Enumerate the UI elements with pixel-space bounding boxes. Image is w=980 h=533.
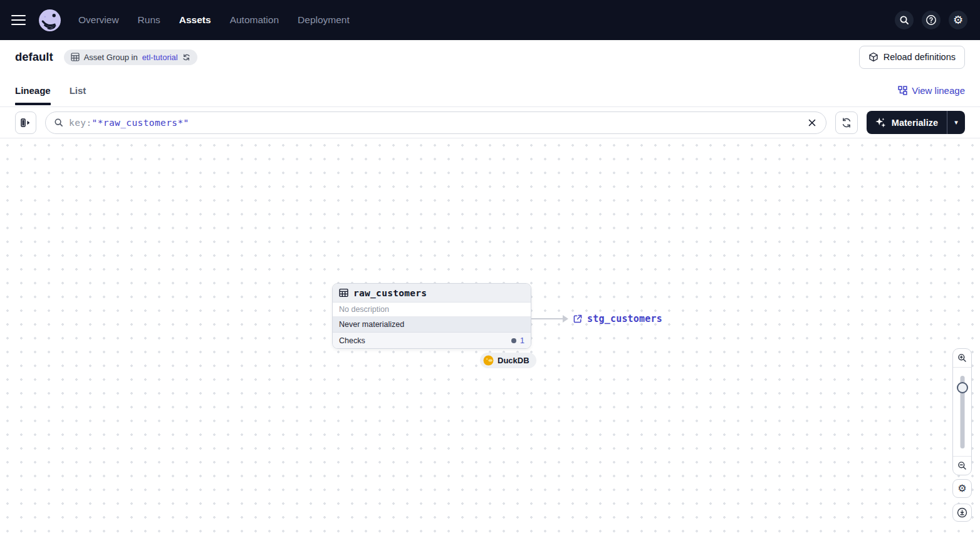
storage-kind-badge: DuckDB	[480, 353, 536, 368]
asset-checks-status: 1	[511, 336, 524, 345]
downstream-asset-link-stg-customers[interactable]: stg_customers	[573, 313, 662, 324]
help-icon	[925, 14, 937, 26]
page-title: default	[15, 50, 53, 64]
sync-status-icon	[182, 53, 190, 61]
graph-settings-button[interactable]: ⚙	[952, 479, 972, 498]
search-button[interactable]	[895, 11, 914, 29]
asset-checks-count: 1	[520, 336, 524, 345]
storage-kind-label: DuckDB	[498, 356, 529, 365]
refresh-graph-button[interactable]	[835, 111, 858, 134]
duckdb-icon	[483, 355, 494, 366]
reload-definitions-label: Reload definitions	[884, 52, 956, 62]
zoom-out-icon	[957, 461, 967, 470]
asset-checks-label: Checks	[339, 336, 365, 345]
filter-query-value: "*raw_customers*"	[92, 118, 189, 128]
nav-actions: ⚙	[895, 11, 967, 29]
zoom-in-icon	[957, 353, 967, 363]
lineage-edge-arrowhead-icon	[563, 315, 568, 323]
materialize-label: Materialize	[892, 118, 938, 128]
nav-item-deployment[interactable]: Deployment	[298, 14, 350, 26]
asset-name: raw_customers	[353, 288, 427, 298]
refresh-icon	[842, 118, 852, 128]
asset-graph-toolbar: key:"*raw_customers*" Materialize	[0, 107, 980, 138]
close-icon	[808, 118, 816, 127]
nav-item-automation[interactable]: Automation	[230, 14, 279, 26]
clear-filter-button[interactable]	[806, 117, 818, 128]
view-lineage-label: View lineage	[912, 85, 965, 96]
gear-icon: ⚙	[957, 484, 966, 494]
filter-query: key:"*raw_customers*"	[69, 118, 189, 128]
main-nav: Overview Runs Assets Automation Deployme…	[78, 14, 350, 26]
nav-item-assets[interactable]: Assets	[179, 14, 211, 26]
hamburger-icon	[11, 15, 26, 17]
gear-icon: ⚙	[953, 14, 963, 26]
code-location-link[interactable]: etl-tutorial	[142, 53, 178, 62]
chevron-down-icon: ▾	[954, 118, 958, 127]
view-lineage-link[interactable]: View lineage	[898, 74, 965, 106]
asset-group-badge-text: Asset Group in	[84, 53, 138, 62]
code-location-reload-icon	[868, 52, 878, 62]
tab-list[interactable]: List	[70, 74, 86, 106]
check-status-dot-icon	[511, 338, 516, 343]
asset-group-icon	[71, 53, 80, 61]
help-button[interactable]	[922, 11, 941, 29]
filter-query-prefix: key:	[69, 118, 92, 128]
materialize-options-button[interactable]: ▾	[947, 111, 965, 134]
zoom-in-button[interactable]	[953, 349, 971, 367]
hamburger-menu-button[interactable]	[11, 11, 29, 29]
panel-expand-icon	[21, 118, 31, 127]
search-icon	[54, 118, 63, 127]
search-icon	[899, 15, 909, 25]
materialize-button[interactable]: Materialize	[867, 111, 947, 134]
asset-materialization-status: Never materialized	[333, 317, 531, 333]
dagster-app: Overview Runs Assets Automation Deployme…	[0, 0, 980, 533]
nav-item-overview[interactable]: Overview	[78, 14, 119, 26]
reload-definitions-button[interactable]: Reload definitions	[859, 46, 965, 69]
top-navbar: Overview Runs Assets Automation Deployme…	[0, 0, 980, 40]
tab-lineage[interactable]: Lineage	[15, 74, 51, 106]
nav-item-runs[interactable]: Runs	[138, 14, 160, 26]
downstream-asset-name: stg_customers	[587, 313, 662, 324]
materialize-split-button: Materialize ▾	[867, 111, 965, 134]
zoom-control-panel	[952, 348, 972, 475]
asset-node-raw-customers[interactable]: raw_customers No description Never mater…	[332, 283, 531, 349]
asset-description: No description	[333, 303, 531, 317]
page-header: default Asset Group in etl-tutorial Relo…	[0, 40, 980, 74]
asset-checks-row[interactable]: Checks 1	[333, 333, 531, 348]
user-settings-button[interactable]: ⚙	[949, 11, 967, 29]
tabs-bar: Lineage List View lineage	[0, 74, 980, 107]
lineage-graph-canvas[interactable]: raw_customers No description Never mater…	[0, 139, 980, 533]
external-link-icon	[573, 314, 582, 323]
recenter-graph-button[interactable]	[952, 504, 972, 522]
dagster-logo-icon[interactable]	[38, 9, 61, 32]
lineage-edge	[531, 318, 563, 319]
download-center-icon	[957, 507, 967, 518]
asset-node-header: raw_customers	[333, 284, 531, 303]
zoom-slider[interactable]	[953, 368, 971, 456]
lineage-graph-icon	[898, 86, 907, 95]
sparkle-icon	[875, 117, 886, 128]
zoom-out-button[interactable]	[953, 457, 971, 475]
open-sidebar-button[interactable]	[15, 111, 36, 134]
zoom-slider-handle[interactable]	[957, 382, 968, 393]
table-icon	[339, 288, 348, 298]
asset-group-badge: Asset Group in etl-tutorial	[64, 49, 197, 65]
asset-filter-input[interactable]: key:"*raw_customers*"	[45, 111, 826, 134]
